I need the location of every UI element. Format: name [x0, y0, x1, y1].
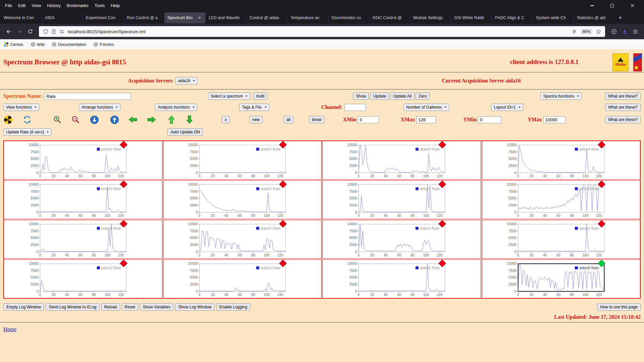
tab-control-aidas[interactable]: Control @ aidas [246, 12, 287, 23]
channel-input[interactable] [344, 104, 366, 111]
reload-button[interactable]: Reload [101, 303, 120, 311]
tab-run-control-a[interactable]: Run Control @ a [123, 12, 164, 23]
tab-welcome-to-cen[interactable]: Welcome to Cen [1, 12, 42, 23]
spectrum-name-input[interactable] [44, 93, 131, 100]
tab-asic-control[interactable]: ASIC Control @ [369, 12, 410, 23]
menu-edit[interactable]: Edit [15, 2, 29, 9]
spectrum-panel-aida05[interactable]: 025005000750010000020406080100120aida05 … [4, 180, 162, 219]
url-text[interactable]: localhost:8015/Spectrum/Spectrum.tml [68, 29, 571, 34]
tab-close-icon[interactable] [197, 15, 202, 20]
spectrum-panel-aida06[interactable]: 025005000750010000020406080100120aida06 … [163, 180, 322, 219]
site-settings-icon[interactable] [58, 28, 66, 35]
refresh-icon[interactable] [22, 115, 32, 124]
menu-tools[interactable]: Tools [92, 2, 108, 9]
number-of-galleries-dropdown[interactable]: Number of Galleries [404, 104, 449, 111]
bookmark-star-icon[interactable] [594, 28, 602, 35]
zoom-in-icon[interactable] [53, 115, 62, 124]
tab-aida[interactable]: AIDA [42, 12, 83, 23]
empty-log-window-button[interactable]: Empty Log Window [3, 303, 44, 311]
menu-file[interactable]: File [2, 2, 15, 9]
tab-fadc-align-c[interactable]: FADC Align & C [492, 12, 533, 23]
xmin-input[interactable] [358, 116, 379, 123]
spectrum-panel-aida01[interactable]: 025005000750010000020406080100120aida01 … [4, 141, 162, 180]
ymin-input[interactable] [478, 116, 501, 123]
spectrum-panel-aida13[interactable]: 025005000750010000020406080100120aida13 … [4, 259, 162, 298]
spectra-functions-dropdown[interactable]: Spectra functions [540, 93, 582, 100]
arrow-down-icon[interactable] [185, 115, 194, 124]
zero-button[interactable]: Zero [416, 93, 430, 100]
view-functions-dropdown[interactable]: View functions [3, 104, 39, 111]
menu-history[interactable]: History [44, 2, 63, 9]
circle-arrow-down-icon[interactable] [90, 115, 99, 124]
shield-icon[interactable] [42, 28, 50, 35]
send-log-window-to-elog-button[interactable]: Send Log Window to ELog [46, 303, 99, 311]
what-are-these-button-2[interactable]: What are these? [605, 104, 641, 111]
tab-discriminator-co[interactable]: Discriminator co [328, 12, 369, 23]
show-variables-button[interactable]: Show Variables [140, 303, 174, 311]
page-info-icon[interactable] [50, 28, 58, 35]
acquisition-server-select[interactable]: aida16 [175, 77, 198, 84]
what-are-these-button-1[interactable]: What are these? [605, 93, 641, 100]
update-all-button[interactable]: Update All [390, 93, 415, 100]
circle-arrow-up-icon[interactable] [110, 115, 119, 124]
tab-spectrum-bro[interactable]: Spectrum Bro [164, 12, 205, 23]
analysis-functions-dropdown[interactable]: Analysis functions [155, 104, 197, 111]
all-button[interactable]: all [283, 116, 293, 123]
reload-button[interactable] [25, 26, 36, 37]
tab-led-and-wavefo[interactable]: LED and Wavefo [205, 12, 246, 23]
update-rate-dropdown[interactable]: Update Rate (8 secs) [3, 128, 51, 136]
arrow-left-icon[interactable] [128, 115, 138, 124]
tab-gsi-white-rabb[interactable]: GSI White Rabb [451, 12, 492, 23]
bookmark-forums[interactable]: Forums [94, 42, 114, 47]
arrange-functions-dropdown[interactable]: Arrange functions [79, 104, 120, 111]
what-are-these-button-3[interactable]: What are these? [605, 116, 641, 123]
spectrum-panel-aida09[interactable]: 025005000750010000020406080100120aida09 … [4, 220, 162, 259]
layout-id-dropdown[interactable]: Layout ID=1 [491, 104, 523, 111]
spectrum-panel-aida04[interactable]: 025005000750010000020406080100120aida04 … [482, 141, 640, 180]
reset-button[interactable]: Reset [122, 303, 138, 311]
spectrum-panel-aida07[interactable]: 025005000750010000020406080100120aida07 … [322, 180, 481, 219]
auto-update-button[interactable]: Auto Update ON [167, 128, 203, 136]
maximize-button[interactable] [607, 2, 617, 10]
arrow-up-icon[interactable] [167, 115, 176, 124]
spectrum-panel-aida16[interactable]: 025005000750010000020406080100120aida16 … [482, 259, 640, 298]
menu-bookmarks[interactable]: Bookmarks [64, 2, 92, 9]
radiation-icon[interactable] [3, 115, 13, 124]
tab-statistics-aid[interactable]: Statistics @ aid [574, 12, 614, 23]
show-log-window-button[interactable]: Show Log Window [175, 303, 214, 311]
update-button[interactable]: Update [370, 93, 389, 100]
tab-system-wide-ch[interactable]: System wide Ch [533, 12, 574, 23]
ymax-input[interactable] [543, 116, 566, 123]
bookmark-documentation[interactable]: Documentation [52, 42, 86, 47]
menu-help[interactable]: Help [108, 2, 123, 9]
linear-button[interactable]: linear [309, 116, 325, 123]
tab-temperature-an[interactable]: Temperature an [287, 12, 328, 23]
forward-button[interactable] [14, 26, 25, 37]
menu-view[interactable]: View [29, 2, 44, 9]
spectrum-panel-aida10[interactable]: 025005000750010000020406080100120aida10 … [163, 220, 322, 259]
spectrum-panel-aida14[interactable]: 025005000750010000020406080100120aida14 … [163, 259, 322, 298]
spectrum-panel-aida08[interactable]: 025005000750010000020406080100120aida08 … [482, 180, 640, 219]
select-spectrum-dropdown[interactable]: Select a spectrum [208, 93, 250, 100]
spectrum-panel-aida15[interactable]: 025005000750010000020406080100120aida15 … [322, 259, 481, 298]
menu-button[interactable] [630, 26, 641, 37]
url-bar[interactable]: localhost:8015/Spectrum/Spectrum.tml 80% [39, 26, 605, 37]
tags-fits-dropdown[interactable]: Tags & Fits [239, 104, 269, 111]
how-to-use-button[interactable]: How to use this page [597, 303, 641, 311]
tab-module-settings[interactable]: Module Settings [410, 12, 451, 23]
spectrum-panel-aida11[interactable]: 025005000750010000020406080100120aida11 … [322, 220, 481, 259]
spectrum-panel-aida02[interactable]: 025005000750010000020406080100120aida02 … [163, 141, 322, 180]
spectrum-panel-aida03[interactable]: 025005000750010000020406080100120aida03 … [322, 141, 481, 180]
close-button[interactable] [627, 2, 637, 10]
tab-experiment-con[interactable]: Experiment Con [83, 12, 123, 23]
multi-button[interactable]: multi [253, 93, 267, 100]
home-link[interactable]: Home [3, 326, 16, 333]
arrow-right-icon[interactable] [147, 115, 156, 124]
show-button[interactable]: Show [353, 93, 369, 100]
xmax-input[interactable] [416, 116, 436, 123]
bookmark-centos[interactable]: Centos [4, 42, 23, 47]
zoom-level-chip[interactable]: 80% [581, 29, 592, 34]
new-tab-button[interactable]: + [614, 12, 626, 23]
zoom-out-icon[interactable] [71, 115, 80, 124]
enable-logging-button[interactable]: Enable Logging [216, 303, 250, 311]
